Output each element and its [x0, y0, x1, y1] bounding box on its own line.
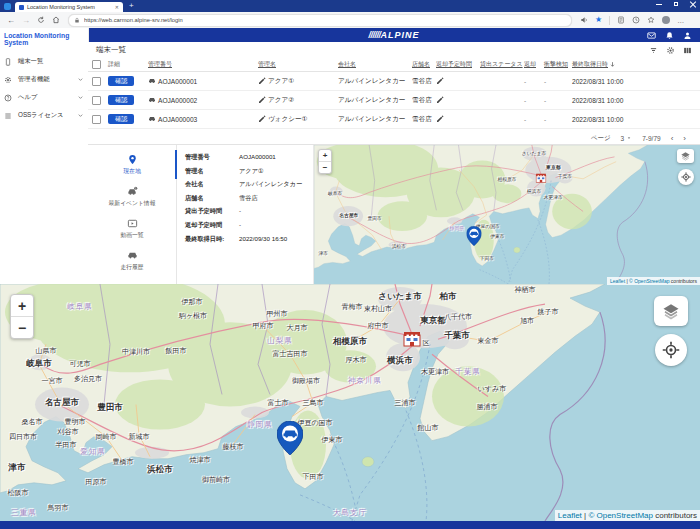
window-close-icon[interactable] — [690, 1, 696, 7]
osm-link[interactable]: © OpenStreetMap — [588, 511, 653, 520]
window-maximize-icon[interactable] — [673, 1, 679, 7]
zoom-out-button[interactable]: − — [11, 316, 33, 338]
back-icon[interactable]: ← — [7, 16, 15, 25]
company-name: アルパインレンタカー — [338, 115, 412, 124]
edit-icon[interactable] — [258, 115, 266, 123]
store-marker[interactable] — [536, 173, 547, 183]
zoom-in-button[interactable]: + — [319, 150, 331, 161]
chevron-down-icon — [77, 76, 84, 83]
read-aloud-icon[interactable] — [580, 16, 588, 24]
settings-icon[interactable] — [666, 46, 675, 55]
url-bar[interactable]: https://web.carmon.alpine-srv.net/login — [68, 14, 572, 27]
page-select[interactable]: 3 — [621, 135, 633, 142]
zoom-out-button[interactable]: − — [319, 161, 331, 173]
col-header-impact[interactable]: 衝撃検知 — [544, 60, 572, 69]
view-columns-icon[interactable] — [683, 46, 692, 55]
sidebar-item-label: 端末一覧 — [18, 57, 84, 66]
tab-drive-history[interactable]: 走行履歴 — [88, 245, 176, 277]
collections-star-icon[interactable] — [647, 16, 655, 24]
col-header-last-acquired[interactable]: 最終取得日時 — [572, 60, 694, 69]
locate-button[interactable] — [655, 334, 687, 366]
edit-icon[interactable] — [436, 96, 444, 104]
filter-icon[interactable] — [649, 46, 658, 55]
edit-icon[interactable] — [258, 96, 266, 104]
history-clock-icon[interactable] — [632, 16, 640, 24]
zoom-in-button[interactable]: + — [11, 295, 33, 316]
browser-logo-icon[interactable] — [4, 3, 11, 10]
row-checkbox[interactable] — [92, 96, 101, 105]
detail-map[interactable]: 岐阜市名古屋市豊田市浜松市静岡県さいたま市東京都相模原市横浜市千葉市木更津市伊豆… — [313, 145, 700, 285]
tab-close-icon[interactable]: ✕ — [115, 4, 119, 10]
col-header-status[interactable]: 貸出ステータス — [480, 60, 524, 69]
active-tab-indicator — [175, 150, 177, 179]
next-page-icon[interactable]: › — [683, 134, 686, 143]
col-header-store[interactable]: 店舗名 — [412, 60, 436, 69]
edit-icon[interactable] — [436, 77, 444, 85]
map-city-label: いすみ市 — [478, 384, 507, 394]
tab-current-location[interactable]: 現在地 — [88, 149, 176, 181]
vehicle-pin-marker[interactable] — [277, 421, 303, 455]
sidebar-item-admin[interactable]: 管理者機能 — [0, 71, 88, 89]
refresh-icon[interactable] — [37, 16, 45, 24]
sidebar-item-oss-license[interactable]: OSSライセンス — [0, 107, 88, 125]
col-header-id[interactable]: 管理番号 — [148, 60, 258, 69]
row-checkbox[interactable] — [92, 77, 101, 86]
help-icon — [4, 94, 12, 102]
window-minimize-icon[interactable] — [656, 1, 662, 7]
confirm-button[interactable]: 確認 — [108, 114, 134, 124]
field-value: アルパインレンタカー — [239, 180, 302, 189]
account-icon[interactable] — [683, 31, 692, 40]
bell-icon[interactable] — [665, 31, 674, 40]
profile-avatar[interactable] — [662, 16, 670, 24]
osm-link[interactable]: © OpenStreetMap — [629, 278, 669, 284]
col-header-returned[interactable]: 返却 — [524, 60, 544, 69]
browser-menu-icon[interactable]: … — [677, 17, 685, 24]
layers-button[interactable] — [677, 149, 694, 163]
sidebar-item-device-list[interactable]: 端末一覧 — [0, 53, 88, 71]
tab-video-list[interactable]: 動画一覧 — [88, 213, 176, 245]
main-map[interactable]: 岐阜県伊那市駒ヶ根市山県市中津川市飯田市岐阜市可児市多治見市一宮市名古屋市豊田市… — [0, 284, 700, 521]
map-city-label: 一宮市 — [42, 376, 63, 386]
leaflet-link[interactable]: Leaflet — [610, 278, 625, 284]
table-row[interactable]: 確認 AOJA000003 ヴォクシー① アルパインレンタカー 雪谷店 - - … — [88, 110, 700, 129]
forward-icon[interactable]: → — [22, 16, 30, 25]
locate-button[interactable] — [678, 169, 694, 185]
new-tab-button[interactable]: + — [129, 2, 134, 10]
field-label: 貸出予定時間 — [185, 207, 239, 216]
home-icon[interactable] — [52, 16, 60, 24]
prev-page-icon[interactable]: ‹ — [671, 134, 674, 143]
tab-label: 現在地 — [123, 167, 140, 176]
layers-button[interactable] — [654, 296, 688, 326]
edit-icon[interactable] — [436, 115, 444, 123]
map-city-label: 八千代市 — [444, 312, 472, 322]
browser-tab[interactable]: Location Monitoring System ✕ — [15, 2, 123, 12]
map-city-label: 田原市 — [86, 477, 107, 487]
edit-icon[interactable] — [258, 77, 266, 85]
col-header-company[interactable]: 会社名 — [338, 60, 412, 69]
col-header-return-time[interactable]: 返却予定時間 — [436, 60, 480, 69]
sidebar-item-help[interactable]: ヘルプ — [0, 89, 88, 107]
col-header-name[interactable]: 管理名 — [258, 60, 338, 69]
tab-label: 走行履歴 — [120, 263, 143, 272]
confirm-button[interactable]: 確認 — [108, 76, 134, 86]
field-value: 2022/09/30 16:50 — [239, 235, 287, 244]
map-city-label: 豊田市 — [367, 215, 381, 221]
map-city-label: 横浜市 — [527, 188, 541, 194]
tab-latest-events[interactable]: 最新イベント情報 — [88, 181, 176, 213]
select-all-checkbox[interactable] — [92, 60, 101, 69]
vehicle-pin-marker[interactable] — [466, 226, 481, 246]
chevron-down-icon — [77, 112, 84, 119]
table-row[interactable]: 確認 AOJA000001 アクア① アルパインレンタカー 雪谷店 - - 20… — [88, 72, 700, 91]
map-city-label: 津市 — [318, 250, 328, 256]
row-checkbox[interactable] — [92, 115, 101, 124]
store-marker[interactable] — [403, 331, 421, 347]
map-city-label: 勝浦市 — [477, 402, 498, 412]
leaflet-link[interactable]: Leaflet — [558, 511, 582, 520]
sidebar: Location Monitoring System 端末一覧 管理者機能 ヘル… — [0, 28, 89, 284]
favorite-star-icon[interactable]: ★ — [595, 16, 602, 24]
confirm-button[interactable]: 確認 — [108, 95, 134, 105]
table-row[interactable]: 確認 AOJA000002 アクア② アルパインレンタカー 雪谷店 - - 20… — [88, 91, 700, 110]
page-icon[interactable] — [617, 16, 625, 24]
mail-icon[interactable] — [647, 31, 656, 40]
device-id: AOJA000002 — [158, 97, 197, 104]
